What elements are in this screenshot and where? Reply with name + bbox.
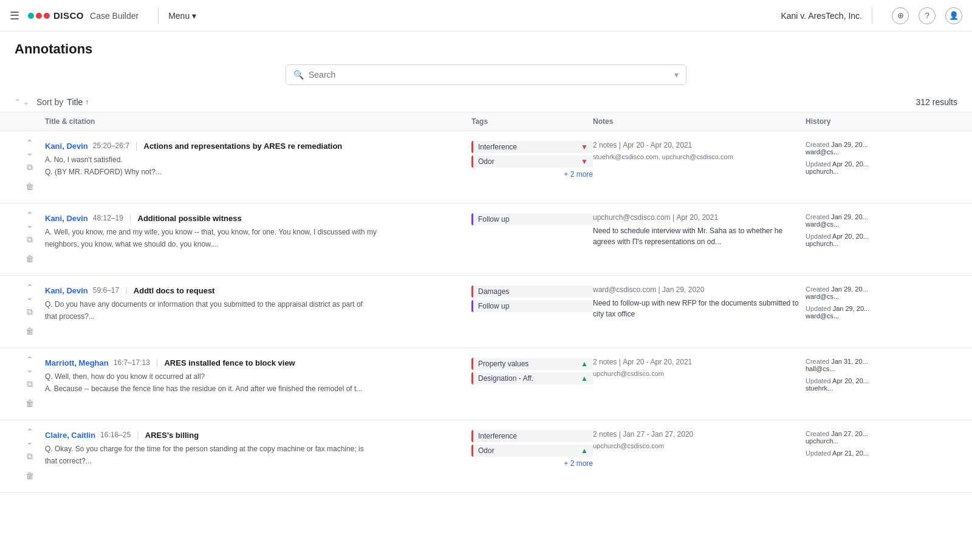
user-avatar[interactable]: 👤 xyxy=(945,7,962,24)
excerpt-line: Q. (BY MR. RADFORD) Why not?... xyxy=(45,166,471,177)
top-nav: ☰ DISCO Case Builder Menu ▾ Kani v. Ares… xyxy=(0,0,972,32)
excerpt-line: that correct?... xyxy=(45,456,471,466)
delete-button[interactable]: 🗑 xyxy=(23,180,36,193)
nav-menu-button[interactable]: Menu ▾ xyxy=(168,11,196,21)
notes-author-meta: ward@csdisco.com xyxy=(593,285,656,294)
delete-button[interactable]: 🗑 xyxy=(23,469,36,482)
excerpt: A. No, I wasn't satisfied.Q. (BY MR. RAD… xyxy=(45,154,471,177)
sort-asc-icon[interactable]: ↑ xyxy=(85,98,89,106)
delete-button[interactable]: 🗑 xyxy=(23,252,36,265)
tag-arrow-icon[interactable]: ▼ xyxy=(581,157,588,166)
copy-button[interactable]: ⧉ xyxy=(23,233,36,246)
notes-meta: 2 notes | Apr 20 - Apr 20, 2021 xyxy=(593,141,806,149)
notes-area: 2 notes | Apr 20 - Apr 20, 2021stuehrk@c… xyxy=(593,141,806,160)
expand-all-button[interactable]: ⌃ xyxy=(15,98,21,106)
history-user: ward@cs... xyxy=(806,220,957,228)
hamburger-icon[interactable]: ☰ xyxy=(10,9,19,22)
tag-item: Damages xyxy=(471,285,593,298)
history-label: Updated xyxy=(806,233,831,240)
history-user: hall@cs... xyxy=(806,365,957,372)
table-row: ⌃⌄ ⧉ 🗑 Claire, Caitlin 16:16–25 | ARES's… xyxy=(0,420,972,493)
history-date: Apr 20, 20... xyxy=(832,233,869,240)
search-icon: 🔍 xyxy=(293,70,304,80)
history-user: upchurch... xyxy=(806,240,957,247)
tag-item: Follow up xyxy=(471,213,593,225)
excerpt-line: A. Because -- because the fence line has… xyxy=(45,383,471,394)
history-date: Jan 29, 20... xyxy=(833,305,870,312)
history-label: Created xyxy=(806,141,829,148)
history-date: Jan 27, 20... xyxy=(831,430,868,437)
more-tags-link[interactable]: + 2 more xyxy=(471,459,593,468)
citation: 25:20–26:7 xyxy=(93,142,129,150)
notes-date: Apr 20 - Apr 20, 2021 xyxy=(623,358,692,366)
tag-arrow-icon[interactable]: ▲ xyxy=(581,446,588,455)
notes-count: 2 notes xyxy=(593,358,617,366)
nav-divider xyxy=(158,7,159,24)
sort-field-button[interactable]: Title xyxy=(67,97,83,107)
annotation-title: ARES installed fence to block view xyxy=(164,358,295,367)
history-date: Jan 29, 20... xyxy=(831,285,868,293)
citation: 16:16–25 xyxy=(100,431,131,439)
sort-handle[interactable]: ⌃⌄ xyxy=(23,358,36,371)
title-line: Marriott, Meghan 16:7–17:13 | ARES insta… xyxy=(45,358,471,367)
tags-area: DamagesFollow up xyxy=(471,285,593,315)
tag-arrow-icon[interactable]: ▼ xyxy=(581,143,588,151)
search-bar: 🔍 ▾ xyxy=(286,64,686,85)
row-actions: ⌃⌄ ⧉ 🗑 xyxy=(15,213,45,265)
excerpt-line: that process?... xyxy=(45,311,471,322)
expand-collapse-buttons: ⌃ ⌄ xyxy=(15,98,29,106)
witness-name[interactable]: Marriott, Meghan xyxy=(45,358,109,367)
annotation-title: Actions and representations by ARES re r… xyxy=(144,142,343,151)
history-date: Apr 21, 20... xyxy=(832,449,869,457)
help-icon[interactable]: ? xyxy=(919,7,936,24)
history-user: ward@cs... xyxy=(806,293,957,300)
tag-label: Follow up xyxy=(478,302,509,310)
notifications-icon[interactable]: ⊕ xyxy=(892,7,909,24)
witness-name[interactable]: Kani, Devin xyxy=(45,286,88,295)
title-area: Claire, Caitlin 16:16–25 | ARES's billin… xyxy=(45,430,471,468)
history-entry: Updated Apr 20, 20... upchurch... xyxy=(806,160,957,175)
tag-arrow-icon[interactable]: ▲ xyxy=(581,360,588,368)
sort-handle[interactable]: ⌃⌄ xyxy=(23,213,36,227)
witness-name[interactable]: Claire, Caitlin xyxy=(45,431,95,440)
excerpt: Q. Do you have any documents or informat… xyxy=(45,299,471,322)
history-entry: Created Jan 29, 20... ward@cs... xyxy=(806,285,957,300)
history-entry: Updated Apr 21, 20... xyxy=(806,449,957,457)
case-title: Kani v. AresTech, Inc. xyxy=(781,11,862,21)
notes-authors: stuehrk@csdisco.com, upchurch@csdisco.co… xyxy=(593,153,806,160)
table-row: ⌃⌄ ⧉ 🗑 Marriott, Meghan 16:7–17:13 | ARE… xyxy=(0,348,972,420)
row-actions: ⌃⌄ ⧉ 🗑 xyxy=(15,141,45,193)
notes-text: Need to follow-up with new RFP for the d… xyxy=(593,298,806,319)
row-actions: ⌃⌄ ⧉ 🗑 xyxy=(15,430,45,482)
history-entry: Updated Apr 20, 20... stuehrk... xyxy=(806,377,957,392)
history-entry: Created Jan 29, 20... ward@cs... xyxy=(806,213,957,228)
logo-area: DISCO Case Builder xyxy=(28,10,139,21)
collapse-all-button[interactable]: ⌄ xyxy=(23,98,29,106)
history-label: Created xyxy=(806,430,829,437)
annotations-list: ⌃⌄ ⧉ 🗑 Kani, Devin 25:20–26:7 | Actions … xyxy=(0,131,972,493)
row-actions: ⌃⌄ ⧉ 🗑 xyxy=(15,358,45,410)
sort-handle[interactable]: ⌃⌄ xyxy=(23,285,36,299)
copy-button[interactable]: ⧉ xyxy=(23,160,36,174)
delete-button[interactable]: 🗑 xyxy=(23,324,36,338)
tag-label: Property values xyxy=(478,360,529,368)
delete-button[interactable]: 🗑 xyxy=(23,397,36,410)
sort-handle[interactable]: ⌃⌄ xyxy=(23,430,36,443)
copy-button[interactable]: ⧉ xyxy=(23,305,36,318)
copy-button[interactable]: ⧉ xyxy=(23,377,36,391)
search-expand-icon[interactable]: ▾ xyxy=(674,70,679,80)
witness-name[interactable]: Kani, Devin xyxy=(45,214,88,223)
more-tags-link[interactable]: + 2 more xyxy=(471,170,593,179)
tag-arrow-icon[interactable]: ▲ xyxy=(581,374,588,383)
sort-handle[interactable]: ⌃⌄ xyxy=(23,141,36,154)
copy-button[interactable]: ⧉ xyxy=(23,449,36,463)
notes-meta: 2 notes | Jan 27 - Jan 27, 2020 xyxy=(593,430,806,439)
history-entry: Updated Jan 29, 20... ward@cs... xyxy=(806,305,957,319)
history-entry: Created Jan 31, 20... hall@cs... xyxy=(806,358,957,372)
history-area: Created Jan 29, 20... ward@cs... Updated… xyxy=(806,141,957,180)
search-input[interactable] xyxy=(309,70,669,80)
col-history-header: History xyxy=(806,117,957,126)
notes-area: ward@csdisco.com | Jan 29, 2020Need to f… xyxy=(593,285,806,319)
history-label: Updated xyxy=(806,377,831,384)
witness-name[interactable]: Kani, Devin xyxy=(45,142,88,151)
